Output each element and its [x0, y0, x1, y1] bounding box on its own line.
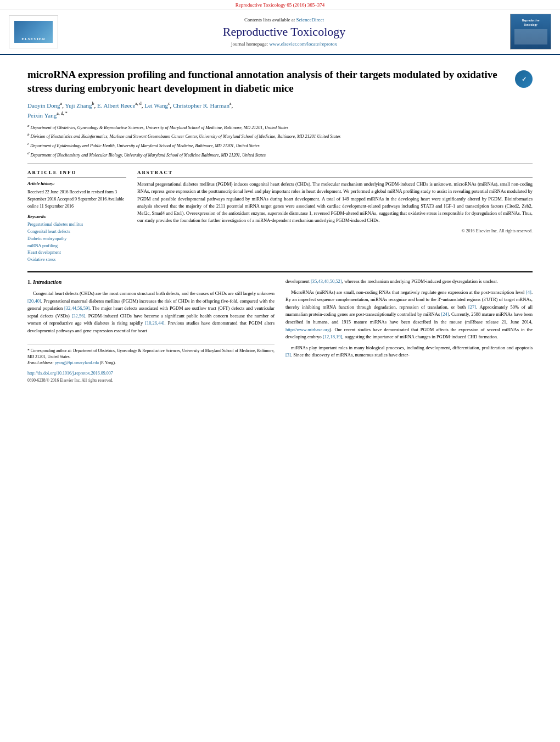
main-divider: [27, 271, 533, 272]
email-link[interactable]: pyang@fpi.umaryland.edu: [55, 360, 99, 365]
doi-url: http://dx.doi.org/10.1016/j.reprotox.201…: [27, 371, 113, 376]
crossmark-badge[interactable]: ✓: [515, 70, 533, 88]
journal-citation-text: Reproductive Toxicology 65 (2016) 365–37…: [236, 2, 325, 8]
keyword-6[interactable]: Oxidative stress: [27, 256, 126, 264]
ref-32-56[interactable]: [32,56]: [71, 313, 85, 319]
article-info-label: ARTICLE INFO: [27, 170, 126, 177]
elsevier-logo: [9, 15, 58, 48]
sciencedirect-link[interactable]: ScienceDirect: [296, 17, 324, 23]
keyword-5[interactable]: Heart development: [27, 249, 126, 256]
right-para1: development [35,43,48,50,52], whereas th…: [285, 278, 533, 286]
ref-10-26-44[interactable]: [10,26,44]: [145, 320, 164, 326]
journal-title: Reproductive Toxicology: [58, 25, 510, 39]
ref-27[interactable]: [27]: [468, 304, 476, 310]
author3-name[interactable]: E. Albert Reece: [97, 102, 135, 109]
right-para2: MicroRNAs (miRNAs) are small, non-coding…: [285, 289, 533, 341]
homepage-url[interactable]: www.elsevier.com/locate/reprotox: [270, 41, 337, 47]
intro-para1: Congenital heart defects (CHDs) are the …: [27, 290, 275, 335]
header-center: Contents lists available at ScienceDirec…: [58, 17, 510, 47]
intro-heading-text: Introduction: [33, 279, 61, 285]
copyright-line: © 2016 Elsevier Inc. All rights reserved…: [137, 228, 533, 233]
info-abstract-two-col: ARTICLE INFO Article history: Received 2…: [27, 170, 533, 264]
author5-name[interactable]: Christopher R. Harman: [173, 102, 229, 109]
footnote-area: * Corresponding author at: Department of…: [27, 344, 275, 366]
article-title-row: microRNA expression profiling and functi…: [27, 68, 533, 95]
affiliations-block: a Department of Obstetrics, Gynecology &…: [27, 123, 533, 159]
ref-3[interactable]: [3]: [285, 352, 291, 358]
divider-after-affiliations: [27, 164, 533, 164]
body-col-right: development [35,43,48,50,52], whereas th…: [285, 278, 533, 384]
author2-name[interactable]: Yuji Zhang: [65, 102, 92, 109]
mirbase-link[interactable]: http://www.mirbase.org: [285, 327, 330, 332]
article-title: microRNA expression profiling and functi…: [27, 68, 515, 95]
ref-4[interactable]: [4]: [526, 289, 531, 295]
cover-title-text: ReproductiveToxicology: [522, 19, 540, 26]
doi-line[interactable]: http://dx.doi.org/10.1016/j.reprotox.201…: [27, 370, 275, 377]
journal-cover-image: ReproductiveToxicology: [510, 14, 551, 49]
article-info-block: Article history: Received 22 June 2016 R…: [27, 181, 126, 264]
body-col-left: 1. Introduction Congenital heart defects…: [27, 278, 275, 384]
right-para3: miRNAs play important roles in many biol…: [285, 344, 533, 359]
homepage-line: journal homepage: www.elsevier.com/locat…: [58, 41, 510, 47]
abstract-text: Maternal pregestational diabetes mellitu…: [137, 181, 533, 224]
intro-heading: 1. Introduction: [27, 278, 275, 287]
journal-header: Contents lists available at ScienceDirec…: [0, 9, 560, 55]
author1-name[interactable]: Daoyin Dong: [27, 102, 60, 109]
keyword-3[interactable]: Diabetic embryopathy: [27, 236, 126, 243]
accepted-date: Accepted 9 September 2016: [57, 197, 107, 202]
crossmark-button[interactable]: ✓: [515, 70, 533, 88]
keyword-1[interactable]: Pregestational diabetes mellitus: [27, 221, 126, 228]
contents-available-line: Contents lists available at ScienceDirec…: [58, 17, 510, 23]
article-container: microRNA expression profiling and functi…: [0, 55, 560, 389]
keyword-2[interactable]: Congenital heart defects: [27, 228, 126, 236]
authors-line: Daoyin Donga, Yuji Zhangb, E. Albert Ree…: [27, 101, 533, 119]
author6-name[interactable]: Peixin Yang: [27, 111, 57, 118]
author4-name[interactable]: Lei Wang: [144, 102, 168, 109]
ref-12-18-19[interactable]: [12,18,19]: [323, 334, 342, 339]
journal-citation-banner: Reproductive Toxicology 65 (2016) 365–37…: [0, 0, 560, 9]
issn-line: 0890-6238/© 2016 Elsevier Inc. All right…: [27, 377, 275, 384]
received-date: Received 22 June 2016: [27, 189, 68, 194]
footnote-email: E-mail address: pyang@fpi.umaryland.edu …: [27, 360, 275, 366]
keyword-4[interactable]: miRNA profiling: [27, 243, 126, 250]
abstract-column: ABSTRACT Maternal pregestational diabete…: [137, 170, 533, 264]
body-two-col: 1. Introduction Congenital heart defects…: [27, 278, 533, 384]
article-info-column: ARTICLE INFO Article history: Received 2…: [27, 170, 126, 264]
footnote-star: * Corresponding author at: Department of…: [27, 348, 275, 360]
intro-heading-num: 1.: [27, 279, 32, 285]
ref-24[interactable]: [24]: [441, 311, 449, 317]
ref-20-40[interactable]: [20,40]: [27, 298, 41, 304]
abstract-label: ABSTRACT: [137, 170, 533, 177]
ref-35-43-48-50-52[interactable]: [35,43,48,50,52]: [311, 278, 342, 284]
keywords-label: Keywords:: [27, 214, 126, 221]
ref-32-44-56-59[interactable]: [32,44,56,59]: [64, 305, 89, 311]
history-label: Article history:: [27, 181, 126, 188]
